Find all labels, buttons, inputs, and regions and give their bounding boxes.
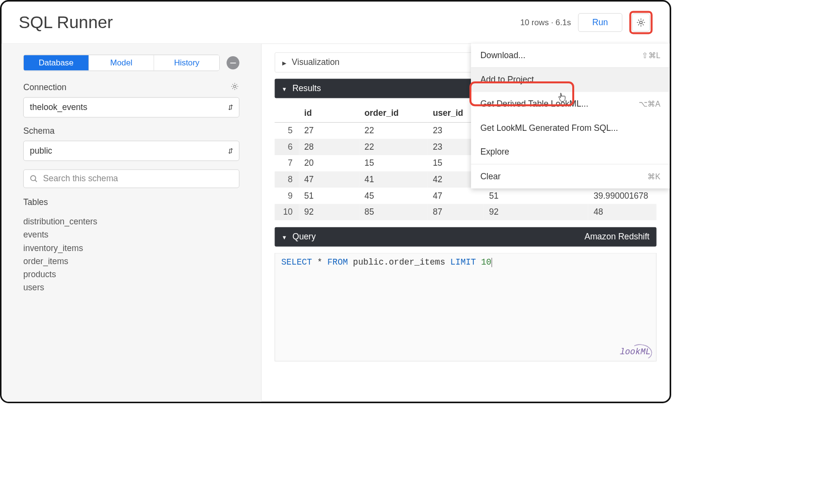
shortcut: ⌥⌘A [639,99,661,109]
sidebar-tabbar: Database Model History − [23,55,240,71]
menu-add-to-project[interactable]: Add to Project... [471,68,670,92]
search-icon [29,174,38,183]
table-item[interactable]: users [23,281,240,294]
query-header[interactable]: Query Amazon Redshift [274,227,656,247]
results-label: Results [292,83,321,94]
settings-gear-button[interactable] [632,14,650,32]
table-item[interactable]: distribution_centers [23,215,240,228]
header-right: 10 rows · 6.1s Run [520,11,653,34]
schema-value: public [30,146,52,156]
sql-editor[interactable]: SELECT * FROM public.order_items LIMIT 1… [274,253,656,362]
svg-point-1 [234,85,236,88]
segmented-control: Database Model History [23,55,220,71]
sql-kw-select: SELECT [281,258,312,268]
sort-caret-icon: ⇵ [228,104,233,111]
text-cursor-icon [492,258,492,267]
tables-label: Tables [23,197,240,207]
collapse-sidebar-button[interactable]: − [226,56,239,69]
table-item[interactable]: inventory_items [23,241,240,254]
gear-icon [230,82,239,91]
sql-table: public.order_items [348,258,450,268]
schema-label: Schema [23,126,240,136]
table-row[interactable]: 10 92 85 87 92 48 [274,204,656,220]
table-item[interactable]: events [23,228,240,241]
connection-value: thelook_events [30,102,87,112]
tab-history[interactable]: History [154,55,219,71]
search-input[interactable] [43,173,234,184]
connection-label-row: Connection [23,82,240,93]
sidebar: Database Model History − Connection [1,44,261,402]
menu-clear[interactable]: Clear ⌘K [471,164,670,189]
caret-down-icon [282,83,287,94]
gear-icon [636,17,646,28]
tab-database[interactable]: Database [24,55,89,71]
col-order-id[interactable]: order_id [359,104,427,122]
query-label: Query [292,232,316,242]
logo-arc-icon [629,343,654,362]
menu-get-derived-table[interactable]: Get Derived Table LookML... ⌥⌘A [471,92,670,116]
table-item[interactable]: products [23,268,240,281]
svg-point-0 [640,21,643,24]
schema-search[interactable] [23,170,240,188]
header: SQL Runner 10 rows · 6.1s Run [1,1,670,44]
table-row[interactable]: 9 51 45 47 51 39.990001678 [274,188,656,204]
cursor-pointer-icon [557,92,567,105]
connection-label: Connection [23,82,66,93]
menu-get-lookml[interactable]: Get LookML Generated From SQL... [471,116,670,140]
table-list: distribution_centers events inventory_it… [23,215,240,294]
schema-select[interactable]: public ⇵ [23,141,240,161]
col-id[interactable]: id [299,104,359,122]
sort-caret-icon: ⇵ [228,147,233,155]
status-text: 10 rows · 6.1s [520,18,571,27]
caret-down-icon [282,232,287,242]
shortcut: ⇧⌘L [642,51,661,60]
connection-settings-button[interactable] [230,82,239,93]
page-title: SQL Runner [18,13,113,32]
sql-limit-val: 10 [476,258,491,268]
lookml-logo: lookML [620,347,650,357]
col-rownum [274,104,299,122]
sql-kw-limit: LIMIT [451,258,476,268]
svg-line-3 [35,180,37,182]
table-item[interactable]: order_items [23,255,240,268]
sql-kw-from: FROM [327,258,348,268]
visualization-label: Visualization [292,57,340,67]
app-frame: SQL Runner 10 rows · 6.1s Run Database M… [0,0,671,403]
query-db: Amazon Redshift [584,232,649,242]
tab-model[interactable]: Model [89,55,154,71]
shortcut: ⌘K [647,172,661,181]
caret-right-icon [282,57,287,67]
gear-dropdown-menu: Download... ⇧⌘L Add to Project... Get De… [471,44,670,189]
connection-select[interactable]: thelook_events ⇵ [23,97,240,118]
menu-explore[interactable]: Explore [471,140,670,164]
run-button[interactable]: Run [578,13,622,32]
svg-point-2 [31,175,35,180]
menu-download[interactable]: Download... ⇧⌘L [471,44,670,68]
minus-icon: − [230,56,237,69]
gear-highlight [629,11,653,34]
sql-star: * [312,258,327,268]
